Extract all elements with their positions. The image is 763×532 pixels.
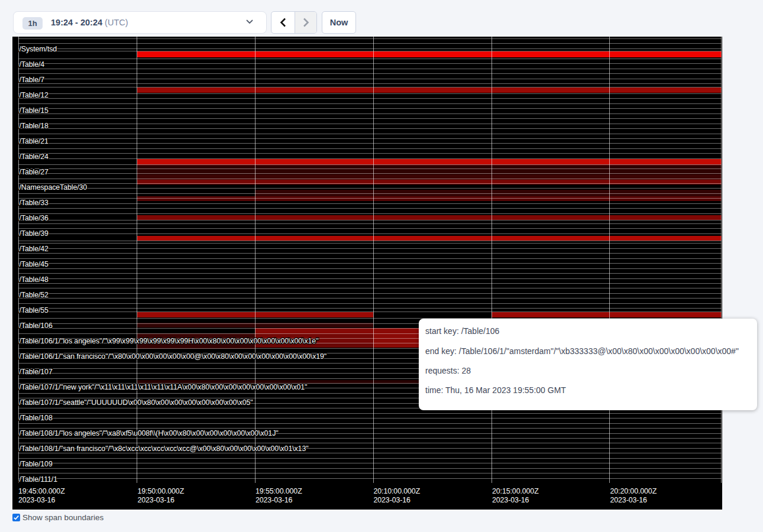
svg-text:/Table/42: /Table/42 (20, 245, 49, 253)
svg-text:/Table/108/1/"san francisco"/": /Table/108/1/"san francisco"/"\x8c\xcc\x… (20, 445, 309, 453)
svg-text:/Table/33: /Table/33 (20, 199, 49, 207)
svg-text:2023-03-16: 2023-03-16 (18, 496, 56, 504)
svg-text:/Table/24: /Table/24 (20, 153, 49, 161)
svg-text:2023-03-16: 2023-03-16 (138, 496, 175, 504)
svg-text:/Table/39: /Table/39 (20, 229, 49, 238)
svg-text:/Table/106: /Table/106 (20, 322, 53, 330)
svg-text:2023-03-16: 2023-03-16 (256, 496, 293, 504)
svg-text:/Table/107: /Table/107 (20, 368, 53, 376)
svg-text:/Table/18: /Table/18 (20, 122, 49, 130)
svg-text:/Table/106/1/"los angeles"/"\x: /Table/106/1/"los angeles"/"\x99\x99\x99… (20, 337, 319, 345)
svg-text:20:20:00.000Z: 20:20:00.000Z (610, 487, 657, 495)
svg-text:20:15:00.000Z: 20:15:00.000Z (492, 487, 539, 495)
svg-text:/Table/55: /Table/55 (20, 306, 49, 314)
svg-text:/Table/108: /Table/108 (20, 414, 53, 422)
svg-text:/Table/106/1/"san francisco"/": /Table/106/1/"san francisco"/"\x80\x00\x… (20, 352, 327, 361)
svg-text:/Table/107/1/"seattle"/"UUUUUU: /Table/107/1/"seattle"/"UUUUUUD\x00\x80\… (20, 398, 253, 407)
svg-text:2023-03-16: 2023-03-16 (374, 496, 411, 504)
svg-text:/System/tsd: /System/tsd (20, 45, 57, 53)
svg-text:/Table/21: /Table/21 (20, 137, 49, 145)
svg-text:/Table/52: /Table/52 (20, 291, 49, 299)
svg-text:/Table/107/1/"new york"/"\x11\: /Table/107/1/"new york"/"\x11\x11\x11\x1… (20, 383, 308, 391)
svg-text:/Table/48: /Table/48 (20, 275, 49, 284)
svg-text:/Table/111/1: /Table/111/1 (20, 475, 58, 484)
svg-text:19:50:00.000Z: 19:50:00.000Z (138, 487, 185, 495)
svg-text:/Table/27: /Table/27 (20, 168, 49, 176)
svg-text:/Table/12: /Table/12 (20, 91, 49, 99)
svg-text:/Table/36: /Table/36 (20, 214, 49, 222)
svg-text:/Table/45: /Table/45 (20, 260, 49, 268)
svg-text:2023-03-16: 2023-03-16 (610, 496, 648, 504)
svg-text:19:45:00.000Z: 19:45:00.000Z (18, 487, 65, 495)
svg-text:/Table/15: /Table/15 (20, 106, 49, 115)
svg-text:2023-03-16: 2023-03-16 (492, 496, 529, 504)
svg-text:/Table/4: /Table/4 (20, 60, 45, 69)
svg-text:/NamespaceTable/30: /NamespaceTable/30 (20, 183, 88, 192)
svg-text:/Table/108/1/"los angeles"/"\x: /Table/108/1/"los angeles"/"\xa8\xf5\u00… (20, 429, 279, 437)
svg-text:20:10:00.000Z: 20:10:00.000Z (374, 487, 421, 495)
svg-text:/Table/7: /Table/7 (20, 76, 45, 84)
svg-text:19:55:00.000Z: 19:55:00.000Z (256, 487, 302, 495)
svg-text:/Table/109: /Table/109 (20, 460, 53, 468)
